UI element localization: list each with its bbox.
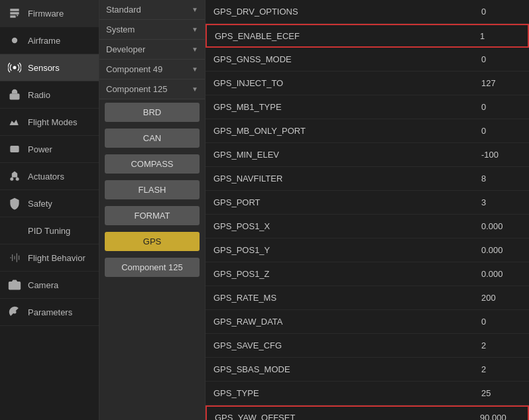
param-name: GPS_MB1_TYPE xyxy=(213,102,481,112)
param-row[interactable]: GPS_INJECT_TO127 xyxy=(206,72,529,95)
param-row[interactable]: GPS_MIN_ELEV-100 xyxy=(206,143,529,167)
btn-flash[interactable]: FLASH xyxy=(105,180,200,199)
section-component-125: Component 125 ▼ xyxy=(99,79,205,99)
section-standard-label: Standard xyxy=(106,5,141,15)
param-value: 0 xyxy=(481,54,521,64)
sidebar-item-firmware[interactable]: Firmware xyxy=(0,0,99,27)
param-name: GPS_NAVFILTER xyxy=(213,174,481,184)
param-value: 2 xyxy=(481,341,521,350)
svg-point-0 xyxy=(12,38,17,43)
param-row[interactable]: GPS_POS1_Y0.000 xyxy=(206,238,529,262)
sidebar-label-pid-tuning: PID Tuning xyxy=(28,226,70,236)
section-component-125-header[interactable]: Component 125 ▼ xyxy=(99,79,205,99)
param-row[interactable]: GPS_MB_ONLY_PORT0 xyxy=(206,119,529,143)
sidebar-item-pid-tuning[interactable]: PID Tuning xyxy=(0,217,99,244)
btn-can[interactable]: CAN xyxy=(105,129,200,148)
sidebar-item-flight-modes[interactable]: Flight Modes xyxy=(0,109,99,136)
sidebar-label-parameters: Parameters xyxy=(28,307,72,317)
section-standard-header[interactable]: Standard ▼ xyxy=(99,0,205,19)
sidebar-item-flight-behavior[interactable]: Flight Behavior xyxy=(0,244,99,272)
flight-behavior-icon xyxy=(7,250,23,266)
param-name: GPS_RATE_MS xyxy=(213,293,481,303)
param-row[interactable]: GPS_TYPE25 xyxy=(206,382,529,405)
btn-brd[interactable]: BRD xyxy=(105,103,200,122)
section-system-header[interactable]: System ▼ xyxy=(99,20,205,39)
param-value: 0.000 xyxy=(481,269,521,279)
sidebar-item-actuators[interactable]: Actuators xyxy=(0,163,99,190)
parameters-icon xyxy=(7,304,23,320)
svg-rect-2 xyxy=(10,93,20,99)
flight-modes-icon xyxy=(7,114,23,130)
param-row[interactable]: GPS_NAVFILTER8 xyxy=(206,167,529,191)
sidebar-item-safety[interactable]: Safety xyxy=(0,190,99,217)
sidebar-item-airframe[interactable]: Airframe xyxy=(0,27,99,54)
sidebar-label-actuators: Actuators xyxy=(28,172,64,182)
param-row[interactable]: GPS_GNSS_MODE0 xyxy=(206,48,529,72)
section-component-49-header[interactable]: Component 49 ▼ xyxy=(99,60,205,79)
param-name: GPS_SAVE_CFG xyxy=(213,341,481,350)
param-row[interactable]: GPS_POS1_Z0.000 xyxy=(206,262,529,286)
param-row[interactable]: GPS_RAW_DATA0 xyxy=(206,310,529,334)
btn-compass[interactable]: COMPASS xyxy=(105,154,200,174)
param-name: GPS_DRV_OPTIONS xyxy=(213,7,481,17)
section-component-49-label: Component 49 xyxy=(106,64,162,74)
sidebar-item-parameters[interactable]: Parameters xyxy=(0,299,99,326)
actuators-icon xyxy=(7,168,23,184)
sensors-icon xyxy=(7,60,23,76)
btn-format[interactable]: FORMAT xyxy=(105,206,200,225)
param-value: 200 xyxy=(481,293,521,303)
section-developer-label: Developer xyxy=(106,44,145,54)
param-row[interactable]: GPS_SAVE_CFG2 xyxy=(206,334,529,358)
param-row[interactable]: GPS_DRV_OPTIONS0 xyxy=(206,0,529,24)
param-name: GPS_YAW_OFFSET xyxy=(215,413,480,421)
section-system-label: System xyxy=(106,25,135,34)
sidebar-item-camera[interactable]: Camera xyxy=(0,272,99,299)
param-row[interactable]: GPS_POS1_X0.000 xyxy=(206,215,529,238)
param-row[interactable]: GPS_PORT3 xyxy=(206,191,529,215)
param-row[interactable]: GPS_ENABLE_ECEF1 xyxy=(206,24,529,48)
section-component-125-label: Component 125 xyxy=(106,84,168,94)
param-value: -100 xyxy=(481,150,521,160)
param-name: GPS_SBAS_MODE xyxy=(213,364,481,374)
param-name: GPS_RAW_DATA xyxy=(213,317,481,327)
sidebar-item-power[interactable]: Power xyxy=(0,136,99,163)
safety-icon xyxy=(7,195,23,211)
pid-tuning-icon xyxy=(7,223,23,238)
section-standard: Standard ▼ xyxy=(99,0,205,20)
sidebar-label-safety: Safety xyxy=(28,199,52,209)
developer-dropdown-arrow: ▼ xyxy=(192,46,198,53)
btn-gps[interactable]: GPS xyxy=(105,232,200,251)
svg-point-1 xyxy=(13,66,17,70)
power-icon xyxy=(7,141,23,157)
params-list: GPS_DRV_OPTIONS0GPS_ENABLE_ECEF1GPS_GNSS… xyxy=(206,0,529,420)
svg-point-5 xyxy=(16,178,19,181)
sidebar-label-camera: Camera xyxy=(28,280,58,290)
sidebar-item-sensors[interactable]: Sensors xyxy=(0,54,99,81)
section-developer: Developer ▼ xyxy=(99,40,205,60)
section-developer-header[interactable]: Developer ▼ xyxy=(99,40,205,59)
param-name: GPS_PORT xyxy=(213,197,481,207)
param-row[interactable]: GPS_SBAS_MODE2 xyxy=(206,358,529,382)
param-row[interactable]: GPS_RATE_MS200 xyxy=(206,286,529,310)
sidebar-label-flight-modes: Flight Modes xyxy=(28,117,77,127)
camera-icon xyxy=(7,277,23,293)
firmware-icon xyxy=(7,5,23,21)
svg-point-4 xyxy=(10,178,13,181)
component-125-dropdown-arrow: ▼ xyxy=(192,85,198,93)
param-value: 0.000 xyxy=(481,245,521,255)
sidebar-item-radio[interactable]: Radio xyxy=(0,81,99,109)
param-row[interactable]: GPS_MB1_TYPE0 xyxy=(206,95,529,119)
param-name: GPS_POS1_X xyxy=(213,221,481,231)
param-value: 0 xyxy=(481,317,521,327)
param-row[interactable]: GPS_YAW_OFFSET90.000 xyxy=(206,405,529,420)
param-value: 3 xyxy=(481,197,521,207)
param-value: 127 xyxy=(481,78,521,88)
param-value: 2 xyxy=(481,364,521,374)
param-name: GPS_POS1_Y xyxy=(213,245,481,255)
radio-icon xyxy=(7,87,23,103)
svg-point-6 xyxy=(13,284,17,288)
btn-component-125-bottom[interactable]: Component 125 xyxy=(105,258,200,277)
param-value: 8 xyxy=(481,174,521,184)
system-dropdown-arrow: ▼ xyxy=(192,26,198,33)
param-name: GPS_MB_ONLY_PORT xyxy=(213,126,481,136)
